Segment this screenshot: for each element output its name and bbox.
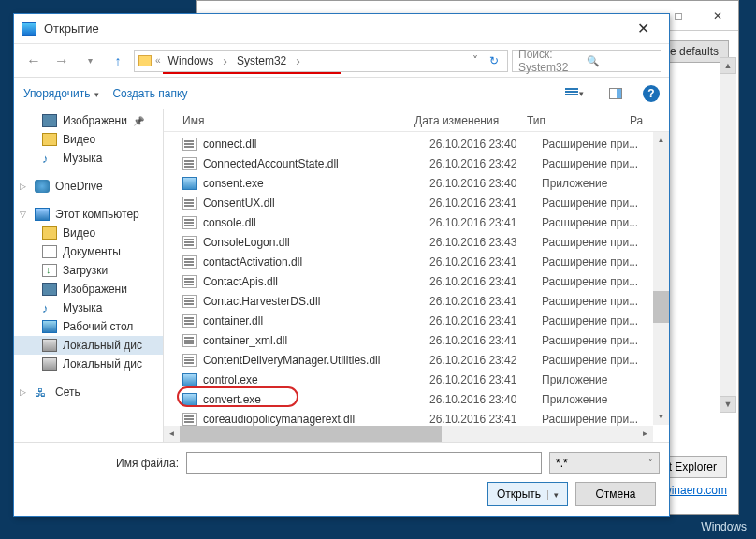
- nav-history-dropdown[interactable]: [78, 49, 102, 73]
- addr-overflow-chevron[interactable]: «: [153, 55, 163, 66]
- file-list-pane: Имя Дата изменения Тип Ра connect.dll26.…: [164, 109, 669, 442]
- net-icon: [35, 386, 50, 399]
- file-row[interactable]: convert.exe26.10.2016 23:40Приложение: [164, 389, 669, 409]
- open-dialog: Открытие ✕ « Windows System32 ˅ ↻ Поиск:…: [13, 13, 670, 517]
- nav-item-label: Документы: [63, 245, 121, 258]
- scroll-thumb[interactable]: [653, 291, 669, 323]
- view-mode-button[interactable]: ▾: [560, 83, 589, 104]
- list-view-icon: [565, 88, 578, 99]
- nav-forward-button[interactable]: [50, 49, 74, 73]
- expand-icon[interactable]: [20, 210, 26, 219]
- scroll-left-icon[interactable]: ◄: [164, 426, 180, 442]
- col-size[interactable]: Ра: [630, 114, 669, 127]
- dll-file-icon: [182, 216, 197, 229]
- file-name: container_xml.dll: [203, 334, 429, 347]
- file-name: contactActivation.dll: [203, 255, 429, 269]
- open-button[interactable]: Открыть: [487, 482, 568, 506]
- nav-item-Изображени[interactable]: Изображени: [14, 111, 163, 130]
- expand-icon[interactable]: [20, 182, 26, 191]
- file-type: Расширение при...: [542, 197, 663, 210]
- refresh-button[interactable]: ↻: [485, 54, 503, 67]
- nav-item-Музыка[interactable]: Музыка: [14, 149, 163, 168]
- file-date: 26.10.2016 23:41: [429, 255, 542, 269]
- exe-file-icon: [182, 177, 197, 190]
- horizontal-scrollbar[interactable]: ◄ ►: [164, 426, 653, 442]
- pin-icon: [133, 115, 144, 126]
- chevron-right-icon: [219, 53, 231, 68]
- bg-scroll-up-icon[interactable]: ▲: [720, 57, 736, 74]
- file-row[interactable]: ConnectedAccountState.dll26.10.2016 23:4…: [164, 153, 669, 173]
- col-type[interactable]: Тип: [527, 114, 630, 127]
- bg-scroll-track[interactable]: [720, 74, 736, 396]
- scroll-right-icon[interactable]: ►: [637, 426, 653, 442]
- nav-item-Изображени[interactable]: Изображени: [14, 280, 163, 299]
- file-date: 26.10.2016 23:42: [429, 157, 542, 170]
- nav-item-Загрузки[interactable]: Загрузки: [14, 261, 163, 280]
- nav-item-Локальный дис[interactable]: Локальный дис: [14, 355, 163, 373]
- file-row[interactable]: console.dll26.10.2016 23:41Расширение пр…: [164, 212, 669, 232]
- expand-icon[interactable]: [20, 387, 26, 397]
- address-dropdown[interactable]: ˅: [468, 54, 483, 67]
- file-type: Расширение при...: [542, 216, 663, 229]
- organize-button[interactable]: Упорядочить: [23, 87, 99, 100]
- filename-input[interactable]: [186, 452, 542, 474]
- scroll-thumb-h[interactable]: [180, 426, 442, 442]
- col-name[interactable]: Имя: [182, 114, 414, 127]
- file-row[interactable]: control.exe26.10.2016 23:41Приложение: [164, 370, 669, 389]
- nav-item-Видео[interactable]: Видео: [14, 130, 163, 149]
- nav-up-button[interactable]: [106, 49, 130, 73]
- bg-close-button[interactable]: ✕: [701, 6, 734, 26]
- nav-item-label: Сеть: [55, 386, 80, 399]
- help-button[interactable]: ?: [643, 85, 660, 102]
- address-bar[interactable]: « Windows System32 ˅ ↻: [134, 50, 508, 72]
- nav-item-OneDrive[interactable]: OneDrive: [14, 177, 163, 196]
- file-row[interactable]: connect.dll26.10.2016 23:40Расширение пр…: [164, 134, 669, 153]
- nav-item-label: Локальный дис: [63, 339, 142, 352]
- breadcrumb-system32[interactable]: System32: [233, 52, 290, 69]
- file-row[interactable]: container.dll26.10.2016 23:41Расширение …: [164, 311, 669, 330]
- winaero-link[interactable]: winaero.com: [663, 484, 727, 497]
- file-date: 26.10.2016 23:41: [429, 314, 542, 328]
- dialog-footer: Имя файла: *.*˅ Открыть Отмена: [14, 442, 669, 516]
- search-input[interactable]: Поиск: System32: [512, 50, 662, 72]
- vertical-scrollbar[interactable]: ▲ ▼: [653, 132, 669, 425]
- bg-scroll-down-icon[interactable]: ▼: [720, 396, 736, 413]
- nav-item-Сеть[interactable]: Сеть: [14, 383, 163, 401]
- file-date: 26.10.2016 23:41: [429, 197, 542, 210]
- nav-item-Этот компьютер[interactable]: Этот компьютер: [14, 205, 163, 224]
- file-row[interactable]: container_xml.dll26.10.2016 23:41Расшире…: [164, 330, 669, 350]
- nav-item-Локальный дис[interactable]: Локальный дис: [14, 336, 163, 355]
- file-row[interactable]: consent.exe26.10.2016 23:40Приложение: [164, 173, 669, 193]
- file-row[interactable]: ContactHarvesterDS.dll26.10.2016 23:41Ра…: [164, 291, 669, 311]
- nav-back-button[interactable]: [22, 49, 46, 73]
- chevron-right-icon: [292, 53, 304, 68]
- nav-item-label: Изображени: [63, 283, 127, 296]
- scroll-down-icon[interactable]: ▼: [653, 409, 669, 425]
- filename-label: Имя файла:: [23, 457, 179, 470]
- filetype-filter[interactable]: *.*˅: [549, 452, 660, 474]
- file-name: consent.exe: [203, 177, 429, 190]
- scroll-up-icon[interactable]: ▲: [653, 132, 669, 148]
- cancel-button[interactable]: Отмена: [575, 482, 656, 506]
- nav-item-Рабочий стол[interactable]: Рабочий стол: [14, 317, 163, 336]
- file-row[interactable]: ConsoleLogon.dll26.10.2016 23:43Расширен…: [164, 232, 669, 252]
- close-button[interactable]: ✕: [624, 17, 662, 41]
- file-row[interactable]: ConsentUX.dll26.10.2016 23:41Расширение …: [164, 193, 669, 212]
- dll-file-icon: [182, 295, 197, 308]
- bg-scrollbar[interactable]: ▲ ▼: [720, 57, 736, 413]
- file-row[interactable]: contactActivation.dll26.10.2016 23:41Рас…: [164, 252, 669, 271]
- nav-item-Музыка[interactable]: Музыка: [14, 299, 163, 317]
- new-folder-button[interactable]: Создать папку: [112, 87, 187, 100]
- file-row[interactable]: ContactApis.dll26.10.2016 23:41Расширени…: [164, 271, 669, 291]
- breadcrumb-windows[interactable]: Windows: [165, 52, 218, 69]
- nav-item-Документы[interactable]: Документы: [14, 242, 163, 261]
- file-name: convert.exe: [203, 393, 429, 406]
- file-row[interactable]: ContentDeliveryManager.Utilities.dll26.1…: [164, 350, 669, 370]
- dll-file-icon: [182, 334, 197, 347]
- col-date[interactable]: Дата изменения: [414, 114, 527, 127]
- file-name: ConsoleLogon.dll: [203, 236, 429, 249]
- nav-item-Видео[interactable]: Видео: [14, 224, 163, 242]
- open-dropdown-icon[interactable]: [544, 488, 559, 501]
- dll-file-icon: [182, 354, 197, 367]
- preview-pane-button[interactable]: [602, 83, 630, 104]
